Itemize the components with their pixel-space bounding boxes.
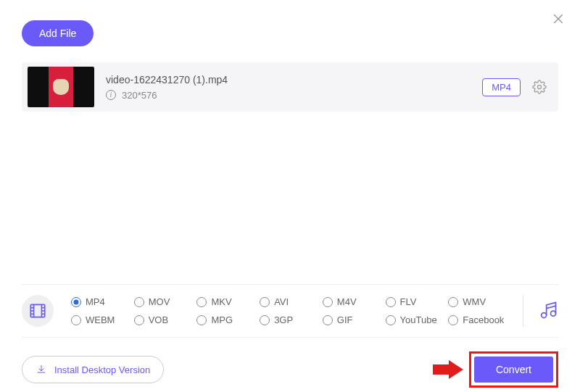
format-grid: MP4MOVMKVAVIM4VFLVWMVWEBMVOBMPG3GPGIFYou… [71,296,508,325]
radio-icon [323,315,333,325]
format-option-gif[interactable]: GIF [323,314,383,325]
format-option-mov[interactable]: MOV [134,296,194,307]
radio-icon [260,315,270,325]
output-format-badge[interactable]: MP4 [482,78,521,96]
format-option-m4v[interactable]: M4V [323,296,383,307]
radio-icon [71,297,81,307]
format-bar: MP4MOVMKVAVIM4VFLVWMVWEBMVOBMPG3GPGIFYou… [22,284,558,338]
music-icon[interactable] [538,300,558,322]
format-option-label: GIF [337,314,353,325]
format-option-label: VOB [149,314,168,325]
format-option-3gp[interactable]: 3GP [260,314,320,325]
convert-wrap: Convert [433,351,558,388]
format-option-facebook[interactable]: Facebook [448,314,508,325]
format-option-label: WEBM [86,314,115,325]
file-dimensions-text: 320*576 [122,90,157,101]
svg-line-14 [547,306,556,309]
file-item: video-1622431270 (1).mp4 i 320*576 MP4 [22,62,558,112]
svg-point-13 [551,311,556,316]
format-option-vob[interactable]: VOB [134,314,194,325]
bottom-bar: Install Desktop Version Convert [22,351,558,388]
radio-icon [386,297,396,307]
format-option-flv[interactable]: FLV [386,296,446,307]
format-option-mp4[interactable]: MP4 [71,296,131,307]
format-option-label: MP4 [86,296,105,307]
info-icon: i [106,90,116,100]
annotation-arrow-icon [433,360,463,379]
format-option-webm[interactable]: WEBM [71,314,131,325]
format-option-mkv[interactable]: MKV [196,296,257,307]
radio-icon [196,315,207,325]
format-option-label: Facebook [463,314,504,325]
radio-icon [134,297,144,307]
radio-icon [134,315,144,325]
format-option-label: MKV [211,296,231,307]
svg-point-2 [538,86,542,89]
format-option-label: YouTube [400,314,437,325]
radio-icon [71,315,81,325]
gear-icon[interactable] [532,80,547,94]
file-meta: video-1622431270 (1).mp4 i 320*576 [106,74,471,101]
close-icon[interactable] [551,12,566,28]
radio-icon [196,297,207,307]
format-option-wmv[interactable]: WMV [448,296,508,307]
download-icon [36,364,47,375]
svg-marker-15 [433,360,463,379]
format-option-label: MPG [211,314,233,325]
convert-button[interactable]: Convert [474,356,553,383]
radio-icon [448,315,458,325]
svg-point-12 [542,312,547,317]
format-option-label: AVI [274,296,289,307]
format-option-label: WMV [463,296,486,307]
radio-icon [386,315,396,325]
format-option-label: MOV [149,296,170,307]
format-option-youtube[interactable]: YouTube [386,314,446,325]
format-option-label: 3GP [274,314,293,325]
install-desktop-button[interactable]: Install Desktop Version [22,356,164,383]
format-option-avi[interactable]: AVI [260,296,320,307]
divider [523,295,523,327]
format-option-mpg[interactable]: MPG [196,314,257,325]
install-desktop-label: Install Desktop Version [54,364,150,375]
add-file-button[interactable]: Add File [22,20,94,46]
video-formats-icon[interactable] [22,295,54,327]
file-dimensions: i 320*576 [106,90,471,101]
file-name: video-1622431270 (1).mp4 [106,74,471,86]
radio-icon [260,297,270,307]
format-option-label: M4V [337,296,357,307]
format-option-label: FLV [400,296,417,307]
annotation-highlight: Convert [469,351,558,388]
radio-icon [448,297,458,307]
video-thumbnail[interactable] [28,67,94,107]
radio-icon [323,297,333,307]
